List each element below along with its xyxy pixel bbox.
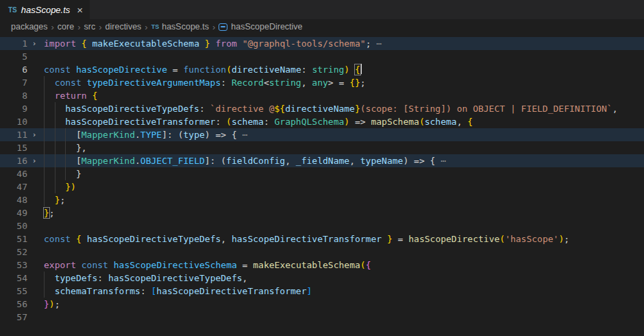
code-line[interactable]: });: [44, 298, 644, 311]
gutter: 46: [0, 167, 44, 180]
code-line[interactable]: import { makeExecutableSchema } from "@g…: [44, 37, 644, 50]
code-line[interactable]: };: [44, 193, 644, 206]
code-line[interactable]: [44, 50, 644, 63]
breadcrumb-item-core[interactable]: core: [58, 22, 74, 32]
gutter: 51: [0, 232, 44, 245]
code-token: type: [183, 130, 204, 140]
code-line[interactable]: const { hasScopeDirectiveTypeDefs, hasSc…: [44, 232, 644, 245]
code-line[interactable]: export const hasScopeDirectiveSchema = m…: [44, 259, 644, 272]
line-row[interactable]: 57: [0, 311, 644, 324]
code-token: {: [366, 260, 371, 270]
line-row[interactable]: 55schemaTransforms: [hasScopeDirectiveTr…: [0, 285, 644, 298]
fold-chevron-icon[interactable]: ›: [27, 154, 41, 167]
line-number: 55: [0, 285, 27, 298]
code-token: :: [97, 273, 108, 283]
fold-spacer: [27, 245, 41, 259]
code-token: OBJECT_FIELD: [140, 156, 205, 166]
code-token: return: [55, 91, 87, 101]
code-line[interactable]: return {: [44, 89, 644, 102]
code-line[interactable]: [44, 219, 644, 232]
code-line[interactable]: hasScopeDirectiveTypeDefs: `directive @$…: [44, 102, 644, 115]
indent-guide: [44, 128, 55, 141]
line-row[interactable]: 16›[MapperKind.OBJECT_FIELD]: (fieldConf…: [0, 154, 644, 167]
line-row[interactable]: 1›import { makeExecutableSchema } from "…: [0, 37, 644, 50]
line-row[interactable]: 52: [0, 245, 644, 259]
breadcrumb-item-directives[interactable]: directives: [106, 22, 142, 32]
code-line[interactable]: [MapperKind.TYPE]: (type) => { ⋯: [44, 128, 644, 141]
tab-bar: TS hasScope.ts ×: [0, 0, 644, 19]
line-row[interactable]: 50: [0, 219, 644, 232]
line-row[interactable]: 15},: [0, 141, 644, 154]
code-token: [71, 234, 76, 244]
close-icon[interactable]: ×: [77, 5, 83, 15]
code-line[interactable]: const typeDirectiveArgumentMaps: Record<…: [44, 76, 644, 89]
fold-spacer: [27, 50, 41, 63]
line-row[interactable]: 51const { hasScopeDirectiveTypeDefs, has…: [0, 232, 644, 245]
line-row[interactable]: 6const hasScopeDirective = function(dire…: [0, 63, 644, 76]
gutter: 10: [0, 115, 44, 128]
code-token: ,: [221, 234, 232, 244]
code-line[interactable]: };: [44, 206, 644, 219]
chevron-right-icon: ›: [212, 22, 215, 32]
line-row[interactable]: 49};: [0, 206, 644, 219]
code-line[interactable]: hasScopeDirectiveTransformer: (schema: G…: [44, 115, 644, 128]
text-cursor: [360, 64, 362, 74]
line-number: 16: [0, 154, 27, 167]
indent-guide: [65, 167, 76, 180]
code-token: directiveName: [285, 104, 355, 114]
line-row[interactable]: 10hasScopeDirectiveTransformer: (schema:…: [0, 115, 644, 128]
breadcrumb-label: core: [58, 22, 74, 32]
line-row[interactable]: 54typeDefs: hasScopeDirectiveTypeDefs,: [0, 272, 644, 285]
line-row[interactable]: 8return {: [0, 89, 644, 102]
line-row[interactable]: 53export const hasScopeDirectiveSchema =…: [0, 259, 644, 272]
indent-guide: [55, 128, 66, 141]
line-row[interactable]: 47}): [0, 180, 644, 193]
breadcrumb-item-hasscope-ts[interactable]: TShasScope.ts: [151, 22, 209, 32]
code-line[interactable]: [44, 311, 644, 324]
fold-spacer: [27, 102, 41, 115]
code-token: Record: [232, 77, 264, 88]
code-token: hasScopeDirectiveTypeDefs: [108, 273, 243, 283]
breadcrumb-item-packages[interactable]: packages: [11, 22, 48, 32]
code-token: const: [82, 260, 108, 270]
code-token: ;: [55, 299, 60, 309]
line-row[interactable]: 11›[MapperKind.TYPE]: (type) => { ⋯: [0, 128, 644, 141]
breadcrumb-label: directives: [106, 22, 142, 32]
line-row[interactable]: 56});: [0, 298, 644, 311]
indent-guide: [44, 76, 55, 89]
breadcrumb-item-hasscopedirective[interactable]: hasScopeDirective: [219, 22, 302, 32]
code-token: [71, 64, 76, 75]
code-token: }: [355, 104, 360, 114]
fold-chevron-icon[interactable]: ›: [27, 37, 41, 50]
code-token: ,: [301, 77, 312, 88]
fold-spacer: [27, 298, 41, 311]
line-row[interactable]: 46}: [0, 167, 644, 180]
code-line[interactable]: },: [44, 141, 644, 154]
gutter: 7: [0, 76, 44, 89]
breadcrumb: packages›core›src›directives›TShasScope.…: [0, 19, 644, 34]
code-token: const: [44, 234, 71, 244]
code-token: TYPE: [140, 130, 162, 140]
code-line[interactable]: }): [44, 180, 644, 193]
line-row[interactable]: 7const typeDirectiveArgumentMaps: Record…: [0, 76, 644, 89]
code-line[interactable]: [MapperKind.OBJECT_FIELD]: (fieldConfig,…: [44, 154, 644, 167]
line-row[interactable]: 9hasScopeDirectiveTypeDefs: `directive @…: [0, 102, 644, 115]
line-row[interactable]: 5: [0, 50, 644, 63]
breadcrumb-item-src[interactable]: src: [84, 22, 96, 32]
code-line[interactable]: }: [44, 167, 644, 180]
editor-tab-hasscope[interactable]: TS hasScope.ts ×: [0, 0, 90, 19]
code-token: from: [215, 38, 236, 49]
code-line[interactable]: schemaTransforms: [hasScopeDirectiveTran…: [44, 285, 644, 298]
code-line[interactable]: typeDefs: hasScopeDirectiveTypeDefs,: [44, 272, 644, 285]
code-token: ]: (: [205, 156, 226, 166]
line-number: 1: [0, 37, 27, 50]
code-line[interactable]: [44, 245, 644, 259]
code-token: [199, 38, 205, 49]
line-row[interactable]: 48};: [0, 193, 644, 206]
gutter: 11›: [0, 128, 44, 141]
code-token: ${: [275, 104, 286, 114]
code-line[interactable]: const hasScopeDirective = function(direc…: [44, 63, 644, 76]
editor[interactable]: 1›import { makeExecutableSchema } from "…: [0, 34, 644, 336]
gutter: 5: [0, 50, 44, 63]
fold-chevron-icon[interactable]: ›: [27, 128, 41, 141]
